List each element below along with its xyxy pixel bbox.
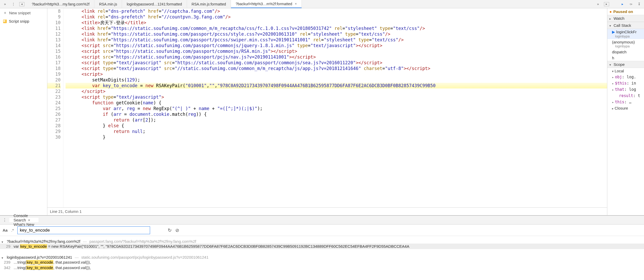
scope-variable[interactable]: result: t bbox=[607, 93, 644, 99]
scope-section[interactable]: Scope bbox=[607, 61, 644, 68]
code-line[interactable]: <script src="https://static.soufunimg.co… bbox=[66, 54, 607, 60]
line-number[interactable]: 29 bbox=[47, 129, 61, 134]
run-snippet-icon[interactable]: ▸ bbox=[604, 2, 609, 6]
line-number[interactable]: 8 bbox=[47, 8, 61, 14]
hit-line-number: 29 bbox=[2, 244, 10, 249]
search-input[interactable] bbox=[17, 226, 150, 234]
drawer-kebab-icon[interactable]: ⋮ bbox=[0, 218, 9, 222]
call-stack-frame[interactable]: dispatch bbox=[607, 49, 644, 55]
line-number-gutter[interactable]: 8910111213141516171819202122232425262728… bbox=[47, 8, 63, 207]
search-result-file[interactable]: ?backurl=http%3a%2f%2fmy.fang.com%2f—pas… bbox=[0, 238, 644, 244]
search-result-hit[interactable]: 342…tring(key_to_encode, that.password.v… bbox=[0, 265, 644, 270]
search-result-file[interactable]: loginbypassword.js?v=202001061241—static… bbox=[0, 253, 644, 259]
code-line[interactable]: return null; bbox=[66, 129, 607, 134]
line-number[interactable]: 10 bbox=[47, 20, 61, 26]
drawer-tab[interactable]: Search× bbox=[9, 218, 38, 222]
code-line[interactable]: <script type="text/javascript" src="//st… bbox=[66, 66, 607, 71]
line-number[interactable]: 26 bbox=[47, 111, 61, 117]
overflow-tabs-icon[interactable]: » bbox=[596, 2, 600, 7]
new-snippet-button[interactable]: ＋ New snippet bbox=[0, 8, 47, 17]
scope-closure[interactable]: Closure bbox=[607, 105, 644, 111]
kebab-icon[interactable]: ⋮ bbox=[11, 2, 16, 7]
search-result-hit[interactable]: 29var key_to_encode = new RSAKeyPair("01… bbox=[0, 244, 644, 249]
call-stack-frame[interactable]: (anonymous)loginbypa bbox=[607, 39, 644, 49]
line-number[interactable]: 12 bbox=[47, 31, 61, 37]
match-case-toggle[interactable]: Aa bbox=[3, 228, 8, 232]
expand-icon[interactable] bbox=[2, 239, 4, 244]
clear-icon[interactable]: ⊘ bbox=[175, 227, 179, 233]
code-line[interactable]: return (arr[2]); bbox=[66, 117, 607, 123]
line-number[interactable]: 11 bbox=[47, 26, 61, 31]
search-match: key_to_encode bbox=[20, 244, 47, 249]
line-number[interactable]: 13 bbox=[47, 37, 61, 43]
line-number[interactable]: 22 bbox=[47, 88, 61, 94]
more-icon[interactable]: » bbox=[3, 2, 7, 7]
drawer-tab[interactable]: Console bbox=[9, 213, 38, 218]
code-editor[interactable]: <link rel="dns-prefetch" href="//captcha… bbox=[63, 8, 607, 207]
call-stack-section[interactable]: Call Stack bbox=[607, 22, 644, 29]
line-number[interactable]: 16 bbox=[47, 54, 61, 60]
code-line[interactable]: <link href="https://static.soufunimg.com… bbox=[66, 31, 607, 37]
sidebar-item-script-snippet[interactable]: Script snipp bbox=[0, 17, 47, 25]
code-line[interactable]: <script type="text/javascript"> bbox=[66, 94, 607, 100]
line-number[interactable]: 30 bbox=[47, 134, 61, 140]
editor-tab[interactable]: ?backurl=http%3…m%2f:formatted× bbox=[231, 0, 302, 8]
close-tab-icon[interactable]: × bbox=[295, 2, 297, 6]
editor-tab[interactable]: loginbypassword…1241:formatted bbox=[122, 0, 187, 8]
call-stack-frame[interactable]: ▶ loginClickFrloginbypa bbox=[607, 29, 644, 39]
watch-section[interactable]: Watch bbox=[607, 15, 644, 22]
line-number[interactable]: 28 bbox=[47, 123, 61, 129]
editor-tab[interactable]: RSA.min.js bbox=[94, 0, 122, 8]
code-line[interactable]: var arr, reg = new RegExp("(^| )" + name… bbox=[66, 106, 607, 111]
line-number[interactable]: 19 bbox=[47, 71, 61, 77]
refresh-icon[interactable]: ↻ bbox=[168, 227, 172, 233]
scope-local[interactable]: Local bbox=[607, 68, 644, 74]
line-number[interactable]: 15 bbox=[47, 48, 61, 54]
search-result-hit[interactable]: 239…tring(key_to_encode, that.password.v… bbox=[0, 259, 644, 265]
code-line[interactable]: <link rel="dns-prefetch" href="//countpv… bbox=[66, 14, 607, 20]
line-number[interactable]: 9 bbox=[47, 14, 61, 20]
line-number[interactable]: 23 bbox=[47, 94, 61, 100]
line-number[interactable]: 18 bbox=[47, 66, 61, 71]
code-line[interactable]: setMaxDigits(129); bbox=[66, 77, 607, 83]
line-number[interactable]: 17 bbox=[47, 60, 61, 66]
code-line[interactable]: <script src="https://static.soufunimg.co… bbox=[66, 48, 607, 54]
step-into-icon[interactable]: ↧ bbox=[637, 2, 641, 7]
code-line[interactable]: </script> bbox=[66, 88, 607, 94]
step-over-icon[interactable]: ⤼ bbox=[628, 2, 633, 7]
expand-icon[interactable] bbox=[2, 255, 4, 260]
line-number[interactable]: 27 bbox=[47, 117, 61, 123]
code-line[interactable]: var key_to_encode = new RSAKeyPair("0100… bbox=[66, 83, 607, 88]
regex-toggle[interactable]: .* bbox=[11, 228, 14, 232]
editor-tab[interactable]: RSA.min.js:formatted bbox=[187, 0, 231, 8]
close-tab-icon[interactable]: × bbox=[28, 218, 30, 222]
line-number[interactable]: 20 bbox=[47, 77, 61, 83]
call-stack-frame[interactable]: h bbox=[607, 55, 644, 61]
code-line[interactable]: } else { bbox=[66, 123, 607, 129]
scope-variable[interactable]: this: … bbox=[607, 99, 644, 105]
editor-tab[interactable]: ?backurl=http%3…my.fang.com%2f bbox=[27, 0, 94, 8]
line-number[interactable]: 25 bbox=[47, 106, 61, 111]
file-path: static.soufunimg.com/passport/pcjs/login… bbox=[81, 255, 208, 259]
code-line[interactable]: function getCookie(name) { bbox=[66, 100, 607, 106]
code-line[interactable]: <script src="https://static.soufunimg.co… bbox=[66, 43, 607, 48]
code-line[interactable]: <title>房天下-登录</title> bbox=[66, 20, 607, 26]
code-line[interactable]: <link href="https://static.soufunimg.com… bbox=[66, 37, 607, 43]
paused-label: Paused on bbox=[613, 9, 633, 14]
scope-variable[interactable]: obj: log. bbox=[607, 74, 644, 80]
line-number[interactable]: 14 bbox=[47, 43, 61, 48]
resume-icon[interactable]: ▸ bbox=[620, 2, 625, 7]
warning-icon: ● bbox=[609, 9, 612, 14]
scope-variable[interactable]: $this: in bbox=[607, 80, 644, 86]
scope-variable[interactable]: that: log bbox=[607, 86, 644, 93]
code-line[interactable]: <link rel="dns-prefetch" href="//captcha… bbox=[66, 8, 607, 14]
code-line[interactable]: <script> bbox=[66, 71, 607, 77]
code-line[interactable]: if (arr = document.cookie.match(reg)) { bbox=[66, 111, 607, 117]
code-line[interactable]: <script type="text/javascript" src="http… bbox=[66, 60, 607, 66]
line-number[interactable]: 24 bbox=[47, 100, 61, 106]
code-line[interactable]: <link href="https://static.soufunimg.com… bbox=[66, 26, 607, 31]
line-number[interactable]: 21 bbox=[47, 83, 61, 88]
code-line[interactable]: } bbox=[66, 134, 607, 140]
nav-back-icon[interactable]: ◂ bbox=[19, 2, 24, 6]
search-match: key_to_encode bbox=[26, 265, 53, 270]
